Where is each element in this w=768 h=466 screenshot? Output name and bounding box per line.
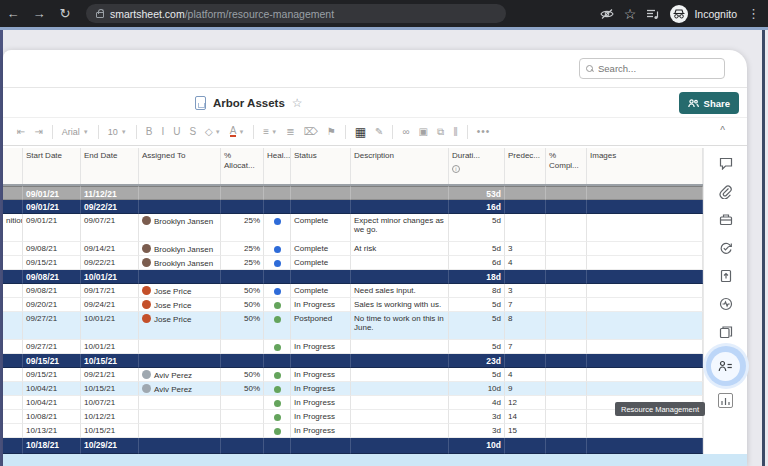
- cell-status[interactable]: Postponed: [291, 312, 351, 340]
- update-requests-icon[interactable]: [718, 240, 733, 255]
- cell-start-date[interactable]: 10/04/21: [23, 382, 81, 396]
- cell-percent-complete[interactable]: [546, 368, 587, 382]
- cell-images[interactable]: [587, 298, 703, 312]
- cell-duration[interactable]: 8d: [449, 284, 505, 298]
- table-row[interactable]: 10/08/2110/12/21In Progress3d14: [3, 410, 703, 424]
- font-size-select[interactable]: 10▼: [108, 127, 127, 137]
- cell-duration[interactable]: 18d: [449, 270, 505, 284]
- text-color-icon[interactable]: A▼: [230, 126, 245, 137]
- cell-predecessor[interactable]: 15: [505, 424, 546, 438]
- cell-predecessor[interactable]: 3: [505, 242, 546, 256]
- cell-percent-complete[interactable]: [546, 284, 587, 298]
- cell-percent-complete[interactable]: [546, 214, 587, 242]
- strikethrough-button[interactable]: S: [189, 126, 196, 137]
- formula-icon[interactable]: ⫼: [453, 126, 458, 138]
- grid-view-icon[interactable]: ▦: [355, 125, 366, 139]
- cell-duration[interactable]: 5d: [449, 368, 505, 382]
- cell-status[interactable]: [291, 354, 351, 368]
- cell-health[interactable]: [264, 200, 291, 214]
- cell-health[interactable]: [264, 424, 291, 438]
- cell-assigned-to[interactable]: Jose Price: [139, 312, 221, 340]
- comment-icon[interactable]: [718, 156, 733, 171]
- cell-percent-complete[interactable]: [546, 270, 587, 284]
- table-row[interactable]: 09/08/2110/01/2118d: [3, 270, 703, 284]
- cell-task[interactable]: [3, 186, 23, 200]
- cell-allocation[interactable]: [221, 438, 264, 454]
- table-row[interactable]: 09/01/2109/22/2116d: [3, 200, 703, 214]
- cell-health[interactable]: [264, 256, 291, 270]
- cell-assigned-to[interactable]: [139, 438, 221, 454]
- cell-end-date[interactable]: 10/15/21: [81, 424, 139, 438]
- cell-end-date[interactable]: 10/15/21: [81, 382, 139, 396]
- cell-end-date[interactable]: 11/12/21: [81, 186, 139, 200]
- cell-start-date[interactable]: 09/01/21: [23, 186, 81, 200]
- clear-format-icon[interactable]: ⌦: [304, 126, 318, 137]
- cell-status[interactable]: [291, 186, 351, 200]
- cell-images[interactable]: [587, 284, 703, 298]
- cell-status[interactable]: In Progress: [291, 382, 351, 396]
- reload-icon[interactable]: ↻: [52, 6, 78, 21]
- cell-description[interactable]: [351, 424, 449, 438]
- cell-description[interactable]: [351, 382, 449, 396]
- cell-task[interactable]: [3, 284, 23, 298]
- column-header-compl[interactable]: % Compl...: [546, 148, 587, 184]
- cell-images[interactable]: [587, 424, 703, 438]
- cell-predecessor[interactable]: [505, 186, 546, 200]
- table-row[interactable]: 10/04/2110/07/21In Progress4d12: [3, 396, 703, 410]
- cell-predecessor[interactable]: 9: [505, 382, 546, 396]
- cell-description[interactable]: Need sales input.: [351, 284, 449, 298]
- table-row[interactable]: 09/20/2109/24/21Jose Price50%In Progress…: [3, 298, 703, 312]
- back-icon[interactable]: ←: [0, 6, 26, 21]
- cell-end-date[interactable]: 09/24/21: [81, 298, 139, 312]
- cell-percent-complete[interactable]: [546, 340, 587, 354]
- cell-health[interactable]: [264, 186, 291, 200]
- table-row[interactable]: 09/15/2110/15/2123d: [3, 354, 703, 368]
- summary-chart-icon[interactable]: [718, 393, 733, 408]
- column-header-end[interactable]: End Date: [81, 148, 139, 184]
- cell-status[interactable]: In Progress: [291, 424, 351, 438]
- cell-percent-complete[interactable]: [546, 200, 587, 214]
- cell-health[interactable]: [264, 382, 291, 396]
- cell-images[interactable]: [587, 368, 703, 382]
- cell-duration[interactable]: 23d: [449, 354, 505, 368]
- cell-duration[interactable]: 5d: [449, 242, 505, 256]
- cell-percent-complete[interactable]: [546, 256, 587, 270]
- cell-percent-complete[interactable]: [546, 186, 587, 200]
- cell-task[interactable]: [3, 242, 23, 256]
- cell-health[interactable]: [264, 214, 291, 242]
- search-box[interactable]: [579, 58, 725, 79]
- cell-predecessor[interactable]: 12: [505, 396, 546, 410]
- cell-allocation[interactable]: [221, 424, 264, 438]
- cell-predecessor[interactable]: 4: [505, 368, 546, 382]
- address-bar[interactable]: smartsheet.com/platform/resource-managem…: [86, 4, 506, 23]
- table-row[interactable]: 10/13/2110/15/21In Progress3d15: [3, 424, 703, 438]
- cell-images[interactable]: [587, 200, 703, 214]
- column-header-start[interactable]: Start Date: [23, 148, 81, 184]
- cell-health[interactable]: [264, 340, 291, 354]
- cell-duration[interactable]: 10d: [449, 382, 505, 396]
- cell-duration[interactable]: 4d: [449, 396, 505, 410]
- cell-duration[interactable]: 5d: [449, 312, 505, 340]
- cell-assigned-to[interactable]: [139, 270, 221, 284]
- cell-status[interactable]: In Progress: [291, 396, 351, 410]
- attachment-icon[interactable]: [718, 184, 733, 199]
- cell-percent-complete[interactable]: [546, 382, 587, 396]
- cell-health[interactable]: [264, 284, 291, 298]
- cell-predecessor[interactable]: [505, 270, 546, 284]
- cell-start-date[interactable]: 10/04/21: [23, 396, 81, 410]
- collapse-toolbar-icon[interactable]: ^: [720, 125, 725, 136]
- cell-description[interactable]: [351, 200, 449, 214]
- cell-description[interactable]: [351, 396, 449, 410]
- cell-end-date[interactable]: 10/29/21: [81, 438, 139, 454]
- cell-duration[interactable]: 3d: [449, 410, 505, 424]
- cell-assigned-to[interactable]: [139, 200, 221, 214]
- cell-duration[interactable]: 5d: [449, 298, 505, 312]
- cell-description[interactable]: Sales is working with us.: [351, 298, 449, 312]
- cell-allocation[interactable]: 25%: [221, 242, 264, 256]
- cell-percent-complete[interactable]: [546, 298, 587, 312]
- column-header-health[interactable]: Heal...: [264, 148, 291, 184]
- cell-task[interactable]: [3, 354, 23, 368]
- cell-start-date[interactable]: 09/27/21: [23, 340, 81, 354]
- cell-description[interactable]: [351, 410, 449, 424]
- cell-images[interactable]: [587, 242, 703, 256]
